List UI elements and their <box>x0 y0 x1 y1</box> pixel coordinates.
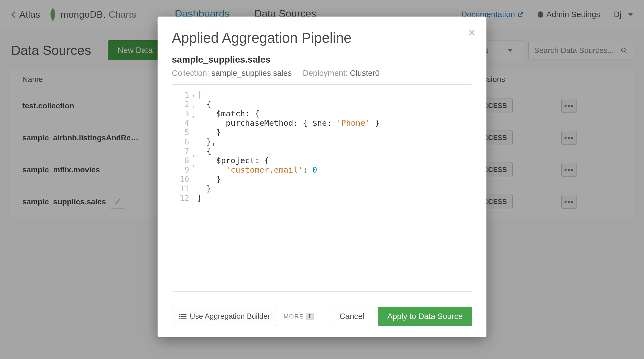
code-content[interactable]: [ { $match: { purchaseMethod: { $ne: 'Ph… <box>197 90 472 291</box>
fold-markers <box>192 90 197 291</box>
builder-label: Use Aggregation Builder <box>190 312 270 321</box>
deployment-label: Deployment: <box>303 69 348 77</box>
deployment-value: Cluster0 <box>350 69 380 77</box>
cancel-button[interactable]: Cancel <box>330 307 374 326</box>
svg-rect-9 <box>179 314 180 315</box>
aggregation-pipeline-modal: × Applied Aggregation Pipeline sample_su… <box>158 17 486 337</box>
info-icon[interactable]: i <box>306 313 314 320</box>
line-numbers: 123456789101112 <box>172 90 192 291</box>
collection-value: sample_supplies.sales <box>211 69 292 77</box>
collection-label: Collection: <box>172 69 209 77</box>
close-icon[interactable]: × <box>468 26 475 39</box>
more-label: MORE i <box>283 313 314 320</box>
svg-rect-12 <box>181 316 187 317</box>
modal-subtitle: sample_supplies.sales <box>172 54 472 65</box>
apply-button[interactable]: Apply to Data Source <box>378 307 472 326</box>
code-editor[interactable]: 123456789101112 [ { $match: { purchaseMe… <box>172 84 472 292</box>
svg-rect-10 <box>181 314 187 315</box>
modal-meta: Collection: sample_supplies.sales Deploy… <box>172 69 472 78</box>
list-icon <box>179 313 186 320</box>
modal-footer: Use Aggregation Builder MORE i Cancel Ap… <box>172 307 472 326</box>
aggregation-builder-button[interactable]: Use Aggregation Builder <box>172 307 277 326</box>
svg-rect-13 <box>179 318 180 319</box>
modal-overlay: × Applied Aggregation Pipeline sample_su… <box>0 0 644 359</box>
svg-rect-11 <box>179 316 180 317</box>
modal-title: Applied Aggregation Pipeline <box>172 30 472 46</box>
svg-rect-14 <box>181 318 187 319</box>
